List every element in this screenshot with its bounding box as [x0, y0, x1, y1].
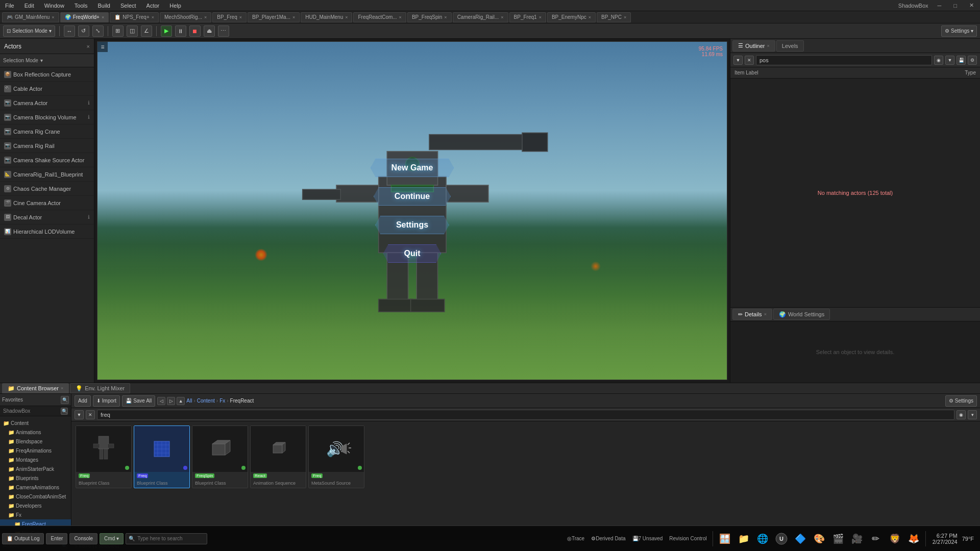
settings-button[interactable]: ⚙ Settings ▾ [941, 26, 977, 37]
console-button[interactable]: Console [69, 533, 97, 544]
menu-help[interactable]: Help [167, 2, 183, 10]
play-button[interactable]: ▶ [161, 26, 172, 37]
enter-button[interactable]: Enter [46, 533, 67, 544]
tab-close[interactable]: × [399, 15, 402, 20]
tree-item-blendspace[interactable]: 📁 Blendspace [0, 437, 71, 446]
list-item[interactable]: 🔌 Cable Actor [0, 82, 94, 96]
tab-freqreact[interactable]: FreqReactCom... × [353, 12, 406, 22]
tab-close[interactable]: × [624, 15, 626, 20]
stop-button[interactable]: ⏹ [189, 26, 201, 37]
asset-tile[interactable]: 🔊 Freq MetaSound Source [308, 425, 364, 488]
list-item[interactable]: 🖼 Decal Actor ℹ [0, 210, 94, 224]
new-game-button[interactable]: New Game [371, 159, 454, 177]
tab-close[interactable]: × [102, 15, 104, 20]
details-tab-close[interactable]: × [764, 312, 767, 317]
eject-button[interactable]: ⏏ [204, 26, 215, 37]
list-item[interactable]: 📊 Hierarchical LODVolume [0, 224, 94, 239]
taskbar-unreal-icon[interactable]: U [772, 530, 791, 548]
tab-content-browser[interactable]: 📁 Content Browser × [2, 383, 69, 393]
transform-scale-button[interactable]: ⤡ [92, 26, 104, 37]
breadcrumb-forward-button[interactable]: ▷ [167, 397, 175, 405]
asset-tile[interactable]: React Animation Sequence [250, 425, 306, 488]
pause-button[interactable]: ⏸ [175, 26, 186, 37]
taskbar-explorer-icon[interactable]: 📁 [734, 530, 753, 548]
outliner-search-input[interactable] [756, 55, 932, 65]
tab-camerarigrail[interactable]: CameraRig_Rail... × [453, 12, 508, 22]
tab-bp-enemynpc[interactable]: BP_EnemyNpc × [547, 12, 596, 22]
tab-close[interactable]: × [52, 15, 54, 20]
tab-hud-mainmenu[interactable]: HUD_MainMenu × [301, 12, 352, 22]
breadcrumb-back-button[interactable]: ◁ [157, 397, 165, 405]
menu-build[interactable]: Build [96, 2, 112, 10]
tab-bp-freqspin[interactable]: BP_FreqSpin × [407, 12, 452, 22]
cb-settings-button[interactable]: ⚙ Settings [945, 395, 977, 407]
window-close[interactable]: ✕ [966, 2, 977, 9]
taskbar-chrome-icon[interactable]: 🦁 [886, 530, 904, 548]
tab-freqworld[interactable]: 🌍 FreqWorld+ × [60, 12, 109, 22]
window-maximize[interactable]: □ [950, 3, 960, 9]
menu-edit[interactable]: Edit [22, 2, 36, 10]
list-item[interactable]: 📷 Camera Shake Source Actor [0, 153, 94, 167]
list-item[interactable]: 📷 Camera Blocking Volume ℹ [0, 110, 94, 124]
quit-button[interactable]: Quit [383, 244, 442, 263]
viewport[interactable]: 95.84 FPS 11.69 ms [94, 39, 730, 383]
tab-close[interactable]: × [204, 15, 207, 20]
outliner-clear-button[interactable]: ✕ [745, 56, 754, 65]
continue-button[interactable]: Continue [374, 187, 451, 206]
tree-item-closecombat[interactable]: 📁 CloseCombatAnimSet [0, 492, 71, 501]
tree-item-freqanimations[interactable]: 📁 FreqAnimations [0, 446, 71, 455]
taskbar-blender-icon[interactable]: 🔷 [791, 530, 810, 548]
taskbar-revision-button[interactable]: Revision Control [666, 528, 709, 550]
cmd-button[interactable]: Cmd ▾ [100, 533, 124, 544]
favorites-search-button[interactable]: 🔍 [61, 396, 69, 404]
grid-snap-button[interactable]: ◫ [127, 26, 138, 37]
window-minimize[interactable]: ─ [935, 3, 945, 9]
save-all-button[interactable]: 💾 Save All [122, 395, 155, 407]
transform-translate-button[interactable]: ↔ [64, 26, 75, 37]
list-item[interactable]: 📷 Camera Actor ℹ [0, 96, 94, 110]
list-item[interactable]: 📐 CameraRig_Rail1_Blueprint [0, 167, 94, 182]
outliner-settings-button[interactable]: ▼ [945, 56, 954, 65]
taskbar-unsaved-button[interactable]: 💾 7 Unsaved [629, 528, 666, 550]
menu-select[interactable]: Select [118, 2, 138, 10]
transform-rotate-button[interactable]: ↺ [78, 26, 89, 37]
taskbar-photoshop-icon[interactable]: 🎨 [810, 530, 828, 548]
tab-bp-npc[interactable]: BP_NPC × [597, 12, 631, 22]
tab-close[interactable]: × [152, 15, 154, 20]
menu-window[interactable]: Window [42, 2, 66, 10]
angle-snap-button[interactable]: ∠ [141, 26, 152, 37]
tab-bp-player1[interactable]: BP_Player1Ma... × [248, 12, 300, 22]
tree-item-cameraanimations[interactable]: 📁 CameraAnimations [0, 483, 71, 492]
taskbar-derived-data-button[interactable]: ⚙ Derived Data [588, 528, 628, 550]
tree-item-content[interactable]: 📁 Content [0, 418, 71, 428]
asset-tile[interactable]: FreqSpin Blueprint Class [192, 425, 248, 488]
extra-button[interactable]: ⋯ [218, 26, 229, 37]
search-dropdown-button[interactable]: ▾ [968, 410, 977, 419]
taskbar-after-effects-icon[interactable]: 🎬 [829, 530, 847, 548]
tab-close[interactable]: × [239, 15, 242, 20]
outliner-tab-close[interactable]: × [767, 43, 770, 48]
list-item[interactable]: 🎬 Cine Camera Actor [0, 196, 94, 210]
asset-search-input[interactable] [97, 410, 954, 420]
tab-close[interactable]: × [345, 15, 348, 20]
breadcrumb-all[interactable]: All [186, 398, 192, 404]
breadcrumb-fx[interactable]: Fx [219, 398, 225, 404]
filter-button[interactable]: ▼ [75, 410, 84, 419]
tree-item-developers[interactable]: 📁 Developers [0, 501, 71, 510]
tab-world-settings[interactable]: 🌍 World Settings [773, 309, 830, 320]
outliner-view-button[interactable]: ◉ [934, 56, 943, 65]
selection-mode-button[interactable]: ⊡ Selection Mode ▾ [3, 26, 55, 37]
taskbar-trace-button[interactable]: ◎ Trace [564, 528, 587, 550]
tab-nps-freq[interactable]: 📋 NPS_Freq+ × [110, 12, 159, 22]
list-item[interactable]: 📦 Box Reflection Capture [0, 67, 94, 82]
actors-panel-close[interactable]: × [87, 43, 90, 49]
tab-bp-freq[interactable]: BP_Freq × [212, 12, 247, 22]
viewport-menu-button[interactable]: ≡ [97, 42, 108, 52]
taskbar-edge-icon[interactable]: 🌐 [753, 530, 772, 548]
menu-tools[interactable]: Tools [72, 2, 90, 10]
taskbar-premiere-icon[interactable]: 🎥 [848, 530, 866, 548]
global-search-input[interactable] [126, 533, 207, 544]
menu-file[interactable]: File [3, 2, 16, 10]
menu-actor[interactable]: Actor [144, 2, 162, 10]
asset-tile[interactable]: Freq Blueprint Class [76, 425, 132, 488]
